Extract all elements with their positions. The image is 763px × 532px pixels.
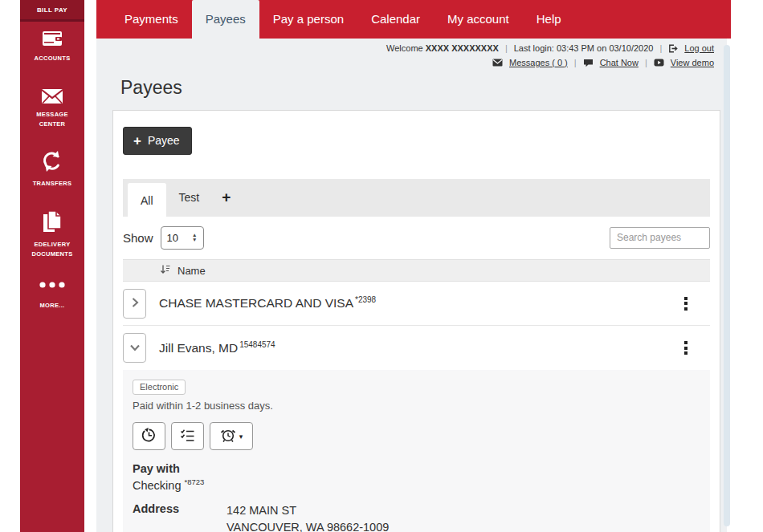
history-clock-icon bbox=[141, 428, 157, 445]
transfer-arrows-icon bbox=[40, 149, 64, 173]
payee-action-bar: ▾ bbox=[133, 422, 700, 450]
payment-history-button[interactable] bbox=[133, 422, 165, 450]
plus-icon: + bbox=[133, 136, 141, 145]
masked-username: XXXX XXXXXXXX bbox=[426, 43, 499, 53]
ellipsis-icon bbox=[39, 281, 66, 289]
row-menu-button[interactable] bbox=[681, 294, 691, 314]
messages-link[interactable]: Messages ( 0 ) bbox=[509, 58, 568, 67]
bill-pay-sidebar: BILL PAY ACCOUNTS MESSAGE CENTER bbox=[20, 0, 84, 532]
payee-group-tabs: All Test + bbox=[123, 179, 710, 217]
sidebar-item-label: MORE... bbox=[27, 301, 78, 311]
tab-test[interactable]: Test bbox=[166, 179, 213, 217]
sidebar-item-message-center[interactable]: MESSAGE CENTER bbox=[20, 88, 84, 129]
row-menu-button[interactable] bbox=[681, 338, 691, 358]
chevron-down-icon bbox=[129, 342, 141, 354]
spinner-icon: ▲ ▼ bbox=[192, 233, 197, 242]
documents-icon bbox=[42, 210, 63, 234]
name-column-header[interactable]: Name bbox=[177, 265, 206, 277]
sidebar-item-label: MESSAGE CENTER bbox=[27, 110, 78, 129]
sidebar-item-transfers[interactable]: TRANSFERS bbox=[20, 149, 84, 189]
nav-item-calendar[interactable]: Calendar bbox=[357, 0, 434, 39]
collapse-row-button[interactable] bbox=[123, 333, 146, 363]
address-value: 142 MAIN ST VANCOUVER, WA 98662-1009 bbox=[226, 502, 389, 532]
sidebar-item-edelivery-documents[interactable]: EDELIVERY DOCUMENTS bbox=[20, 210, 84, 259]
chat-now-link[interactable]: Chat Now bbox=[600, 58, 639, 67]
sidebar-item-label: ACCOUNTS bbox=[27, 54, 78, 63]
add-payee-button[interactable]: + Payee bbox=[123, 127, 192, 155]
view-demo-icon bbox=[654, 59, 664, 67]
messages-icon bbox=[492, 59, 503, 67]
address-section: Address 142 MAIN ST VANCOUVER, WA 98662-… bbox=[133, 502, 700, 532]
alarm-clock-icon bbox=[220, 428, 236, 445]
payee-name: Jill Evans, MD15484574 bbox=[159, 340, 275, 355]
caret-down-icon: ▾ bbox=[239, 433, 243, 441]
reminders-button[interactable]: ▾ bbox=[210, 422, 253, 450]
logout-icon bbox=[668, 44, 678, 53]
tab-all[interactable]: All bbox=[128, 183, 166, 221]
sidebar-item-label: TRANSFERS bbox=[27, 179, 78, 189]
table-header: Name bbox=[123, 259, 710, 282]
sidebar-item-accounts[interactable]: ACCOUNTS bbox=[20, 29, 84, 63]
show-count-select[interactable]: 10 ▲ ▼ bbox=[161, 226, 204, 250]
payee-row: CHASE MASTERCARD AND VISA*2398 bbox=[123, 282, 710, 326]
payee-name: CHASE MASTERCARD AND VISA*2398 bbox=[159, 295, 376, 311]
nav-item-payments[interactable]: Payments bbox=[111, 0, 192, 39]
status-bar: Welcome XXXX XXXXXXXX | Last login: 03:4… bbox=[386, 41, 714, 70]
chevron-right-icon bbox=[131, 297, 139, 311]
account-suffix: 15484574 bbox=[239, 340, 275, 349]
wallet-icon bbox=[41, 29, 63, 48]
nav-item-pay-a-person[interactable]: Pay a person bbox=[259, 0, 357, 39]
sidebar-item-bill-pay[interactable]: BILL PAY bbox=[20, 0, 84, 22]
view-demo-link[interactable]: View demo bbox=[671, 58, 714, 67]
search-payees-input[interactable] bbox=[610, 227, 710, 249]
pay-with-value: Checking *8723 bbox=[133, 477, 700, 492]
main-nav: Payments Payees Pay a person Calendar My… bbox=[96, 0, 731, 39]
envelope-icon bbox=[41, 88, 63, 104]
expand-row-button[interactable] bbox=[123, 289, 146, 319]
nav-item-help[interactable]: Help bbox=[523, 0, 575, 39]
payee-detail-panel: Electronic Paid within 1-2 business days… bbox=[123, 370, 710, 532]
account-suffix: *2398 bbox=[355, 295, 376, 304]
account-suffix: *8723 bbox=[184, 477, 204, 486]
content-area: Welcome XXXX XXXXXXXX | Last login: 03:4… bbox=[96, 39, 727, 532]
chat-icon bbox=[583, 59, 594, 67]
pending-payments-button[interactable] bbox=[171, 422, 204, 450]
page-scrollbar[interactable] bbox=[724, 45, 730, 526]
sort-icon[interactable] bbox=[160, 264, 170, 277]
payees-card: + Payee All Test + Show 10 ▲ ▼ bbox=[112, 110, 720, 532]
logout-link[interactable]: Log out bbox=[684, 43, 714, 53]
last-login-text: Last login: 03:43 PM on 03/10/2020 bbox=[514, 43, 654, 53]
checklist-icon bbox=[180, 428, 195, 445]
address-label: Address bbox=[133, 502, 226, 532]
payee-row: Jill Evans, MD15484574 bbox=[123, 326, 710, 370]
payment-method-badge: Electronic bbox=[133, 380, 186, 395]
delivery-note: Paid within 1-2 business days. bbox=[133, 400, 700, 412]
pay-with-label: Pay with bbox=[133, 462, 700, 475]
show-label: Show bbox=[123, 231, 153, 245]
welcome-text: Welcome XXXX XXXXXXXX bbox=[386, 43, 499, 53]
page-title: Payees bbox=[120, 77, 182, 99]
nav-item-payees[interactable]: Payees bbox=[192, 0, 259, 43]
sidebar-item-more[interactable]: MORE... bbox=[20, 281, 84, 311]
pay-with-section: Pay with Checking *8723 bbox=[133, 462, 700, 492]
list-controls: Show 10 ▲ ▼ bbox=[123, 225, 710, 250]
nav-item-my-account[interactable]: My account bbox=[434, 0, 523, 39]
sidebar-item-label: EDELIVERY DOCUMENTS bbox=[27, 240, 78, 259]
add-tab-button[interactable]: + bbox=[212, 179, 240, 215]
